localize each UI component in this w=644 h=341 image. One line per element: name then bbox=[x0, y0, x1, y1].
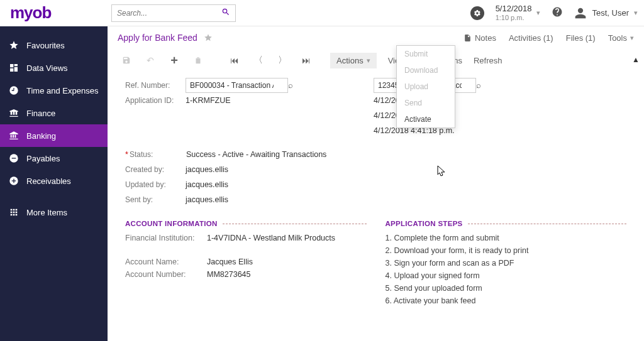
step-item: 3. Sign your form and scan as a PDF bbox=[386, 259, 627, 268]
notes-tab[interactable]: Notes bbox=[464, 33, 496, 43]
svg-rect-1 bbox=[12, 158, 16, 158]
actions-menu-download: Download bbox=[397, 62, 455, 78]
prev-record-icon[interactable]: 〈 bbox=[248, 51, 269, 69]
help-icon[interactable] bbox=[552, 6, 563, 20]
required-marker: * bbox=[125, 150, 128, 159]
ref-number-input[interactable] bbox=[186, 78, 288, 93]
sections: ACCOUNT INFORMATION Financial Institutio… bbox=[108, 207, 644, 309]
cursor-icon bbox=[437, 165, 447, 180]
form: Ref. Number: ⌕ Application ID: 1-KRMFZUE… bbox=[108, 72, 644, 207]
sidebar-item-finance[interactable]: Finance bbox=[0, 102, 108, 124]
add-icon[interactable]: + bbox=[164, 51, 184, 69]
user-name: Test, User bbox=[592, 8, 629, 18]
sidebar: Favourites Data Views Time and Expenses … bbox=[0, 26, 108, 341]
svg-rect-4 bbox=[13, 179, 14, 183]
user-menu[interactable]: Test, User ▾ bbox=[574, 7, 638, 19]
tools-dropdown[interactable]: Tools▾ bbox=[608, 33, 634, 43]
fin-inst-value: 1-4V7IDNA - Westland Milk Products bbox=[207, 234, 335, 242]
sidebar-item-banking[interactable]: Banking bbox=[0, 124, 108, 147]
actions-label: Actions bbox=[336, 56, 364, 65]
actions-menu-submit: Submit bbox=[397, 46, 455, 62]
sidebar-item-label: Receivables bbox=[26, 176, 71, 186]
account-name-label: Account Name: bbox=[125, 257, 207, 266]
step-item: 5. Send your uploaded form bbox=[386, 284, 627, 293]
toolbar: ↶ + ⏮ 〈 〉 ⏭ Actions▾ View All Applicatio… bbox=[108, 49, 644, 72]
files-label: Files (1) bbox=[566, 33, 596, 43]
settings-gear-icon[interactable] bbox=[470, 6, 484, 20]
chevron-down-icon: ▾ bbox=[367, 57, 370, 65]
created-by-value: jacques.ellis bbox=[186, 165, 228, 174]
files-tab[interactable]: Files (1) bbox=[566, 33, 596, 43]
refresh-button[interactable]: Refresh bbox=[474, 56, 502, 65]
account-number-label: Account Number: bbox=[125, 270, 207, 279]
star-outline-icon[interactable] bbox=[204, 33, 213, 42]
search-input[interactable] bbox=[117, 9, 221, 18]
top-date: 5/12/2018 bbox=[496, 4, 532, 14]
sidebar-item-label: More Items bbox=[26, 208, 67, 217]
sidebar-item-dataviews[interactable]: Data Views bbox=[0, 57, 108, 79]
activities-label: Activities (1) bbox=[509, 33, 553, 43]
account-number-value: MM8273645 bbox=[207, 270, 251, 279]
chevron-down-icon: ▾ bbox=[536, 9, 540, 17]
step-item: 2. Download your form, it is ready to pr… bbox=[386, 246, 627, 255]
collapse-icon[interactable]: ▲ bbox=[632, 55, 640, 64]
first-record-icon[interactable]: ⏮ bbox=[225, 51, 245, 69]
account-info-title: ACCOUNT INFORMATION bbox=[125, 220, 218, 227]
delete-icon bbox=[188, 51, 208, 69]
page: Apply for Bank Feed Notes Activities (1)… bbox=[108, 26, 644, 341]
activities-tab[interactable]: Activities (1) bbox=[509, 33, 553, 43]
chevron-down-icon: ▾ bbox=[630, 34, 634, 42]
step-item: 1. Complete the form and submit bbox=[386, 234, 627, 242]
notes-label: Notes bbox=[475, 33, 496, 43]
sidebar-item-label: Favourites bbox=[26, 41, 65, 50]
search-icon[interactable] bbox=[221, 8, 230, 18]
sidebar-item-payables[interactable]: Payables bbox=[0, 147, 108, 170]
app-id-label: Application ID: bbox=[125, 96, 186, 105]
sidebar-item-label: Banking bbox=[26, 131, 56, 141]
undo-icon: ↶ bbox=[140, 51, 160, 69]
save-icon bbox=[116, 51, 136, 69]
search-input-wrap[interactable] bbox=[111, 4, 236, 22]
account-info-section: ACCOUNT INFORMATION Financial Institutio… bbox=[125, 220, 367, 309]
ref-number-label: Ref. Number: bbox=[125, 81, 186, 90]
topbar: myob 5/12/2018 1:10 p.m. ▾ Test, User ▾ bbox=[0, 0, 644, 26]
sent-by-label: Sent by: bbox=[125, 195, 186, 204]
sidebar-item-label: Data Views bbox=[26, 63, 68, 73]
lookup-icon[interactable]: ⌕ bbox=[288, 81, 293, 90]
updated-by-label: Updated by: bbox=[125, 180, 186, 189]
sent-by-value: jacques.ellis bbox=[186, 195, 228, 204]
app-steps-title: APPLICATION STEPS bbox=[386, 220, 463, 227]
lookup-icon[interactable]: ⌕ bbox=[476, 81, 481, 90]
page-title: Apply for Bank Feed bbox=[118, 33, 197, 43]
tools-label: Tools bbox=[608, 33, 627, 43]
sidebar-item-label: Time and Expenses bbox=[26, 86, 98, 95]
brand-text: myob bbox=[10, 3, 51, 23]
actions-menu-send: Send bbox=[397, 95, 455, 111]
top-time: 1:10 p.m. bbox=[496, 14, 532, 22]
step-item: 6. Activate your bank feed bbox=[386, 296, 627, 305]
status-label: Status: bbox=[130, 150, 186, 159]
sidebar-item-label: Finance bbox=[26, 109, 55, 118]
app-id-value: 1-KRMFZUE bbox=[186, 96, 231, 105]
sidebar-item-receivables[interactable]: Receivables bbox=[0, 170, 108, 192]
status-value: Success - Active - Awaiting Transactions bbox=[186, 150, 326, 159]
account-name-value: Jacques Ellis bbox=[207, 257, 253, 266]
step-item: 4. Upload your signed form bbox=[386, 271, 627, 280]
fin-inst-label: Financial Institution: bbox=[125, 234, 207, 242]
sidebar-item-time-expenses[interactable]: Time and Expenses bbox=[0, 79, 108, 102]
created-by-label: Created by: bbox=[125, 165, 186, 174]
last-record-icon[interactable]: ⏭ bbox=[296, 51, 316, 69]
actions-menu: Submit Download Upload Send Activate bbox=[396, 45, 455, 128]
actions-menu-upload: Upload bbox=[397, 78, 455, 95]
next-record-icon[interactable]: 〉 bbox=[272, 51, 292, 69]
application-steps-section: APPLICATION STEPS 1. Complete the form a… bbox=[386, 220, 627, 309]
datetime-picker[interactable]: 5/12/2018 1:10 p.m. ▾ bbox=[496, 4, 541, 22]
sidebar-item-label: Payables bbox=[26, 154, 60, 163]
actions-button[interactable]: Actions▾ bbox=[330, 53, 377, 68]
chevron-down-icon: ▾ bbox=[634, 9, 638, 17]
sidebar-item-favourites[interactable]: Favourites bbox=[0, 34, 108, 57]
updated-by-value: jacques.ellis bbox=[186, 180, 228, 189]
sidebar-item-more[interactable]: More Items bbox=[0, 201, 108, 224]
actions-menu-activate[interactable]: Activate bbox=[397, 111, 455, 127]
page-header: Apply for Bank Feed Notes Activities (1)… bbox=[108, 26, 644, 49]
